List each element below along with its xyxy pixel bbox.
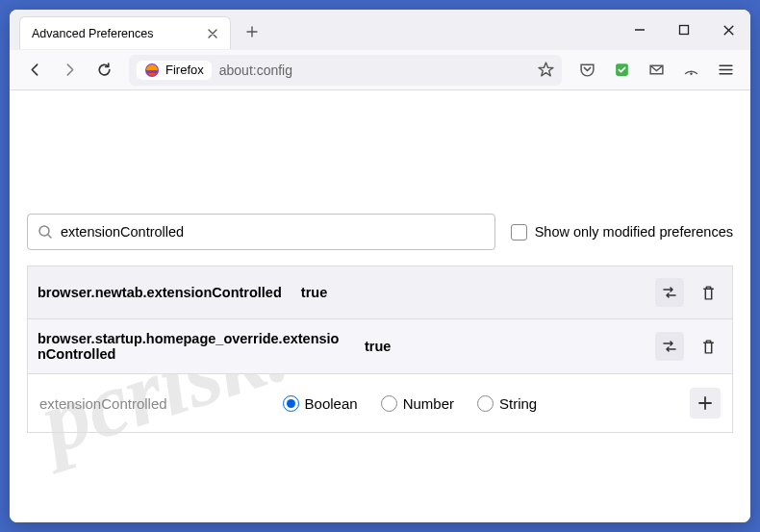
preference-value: true	[365, 339, 391, 354]
preference-list: browser.newtab.extensionControlled true …	[27, 266, 733, 374]
url-text: about:config	[219, 63, 292, 78]
preference-name: browser.newtab.extensionControlled	[38, 285, 282, 300]
browser-tab[interactable]: Advanced Preferences	[19, 16, 231, 49]
preference-name: browser.startup.homepage_override.extens…	[38, 331, 345, 362]
url-bar[interactable]: Firefox about:config	[129, 55, 562, 86]
pocket-icon[interactable]	[571, 55, 602, 86]
inbox-icon[interactable]	[641, 55, 671, 86]
identity-box[interactable]: Firefox	[137, 61, 212, 80]
checkbox-icon	[511, 224, 527, 241]
radio-label: String	[499, 395, 537, 412]
maximize-button[interactable]	[662, 10, 706, 50]
new-tab-button[interactable]	[239, 18, 266, 45]
radio-string[interactable]: String	[477, 395, 537, 412]
svg-rect-0	[680, 26, 689, 35]
nav-toolbar: Firefox about:config	[10, 50, 750, 90]
forward-button[interactable]	[54, 55, 85, 86]
minimize-button[interactable]	[618, 10, 662, 50]
titlebar: Advanced Preferences	[10, 10, 750, 50]
close-window-button[interactable]	[706, 10, 750, 50]
delete-button[interactable]	[694, 332, 722, 361]
back-button[interactable]	[19, 55, 50, 86]
toggle-button[interactable]	[655, 278, 684, 307]
window-controls	[618, 10, 750, 50]
delete-button[interactable]	[694, 278, 722, 307]
radio-number[interactable]: Number	[381, 395, 454, 412]
radio-icon	[381, 395, 397, 412]
checkbox-label: Show only modified preferences	[535, 224, 733, 240]
new-preference-row: extensionControlled Boolean Number Strin…	[27, 374, 733, 433]
extension-icon[interactable]	[606, 55, 637, 86]
radio-label: Boolean	[305, 395, 358, 412]
type-radio-group: Boolean Number String	[283, 395, 538, 412]
identity-label: Firefox	[165, 63, 204, 77]
radio-icon	[477, 395, 494, 412]
preference-row[interactable]: browser.startup.homepage_override.extens…	[28, 319, 732, 373]
tab-title: Advanced Preferences	[32, 27, 153, 40]
activity-icon[interactable]	[675, 55, 706, 86]
close-tab-icon[interactable]	[203, 24, 222, 43]
menu-icon[interactable]	[710, 55, 741, 86]
reload-button[interactable]	[89, 55, 119, 86]
add-preference-button[interactable]	[690, 388, 721, 418]
about-config-content: pcrisk.com Show only modified preference…	[10, 90, 750, 522]
bookmark-star-icon[interactable]	[538, 62, 554, 78]
show-modified-checkbox[interactable]: Show only modified preferences	[511, 224, 733, 241]
new-preference-name: extensionControlled	[39, 395, 167, 412]
radio-label: Number	[403, 395, 454, 412]
svg-point-4	[690, 72, 693, 75]
preference-value: true	[301, 285, 327, 300]
search-input[interactable]	[61, 224, 485, 240]
search-icon	[38, 224, 53, 240]
preference-row[interactable]: browser.newtab.extensionControlled true	[28, 266, 732, 319]
firefox-icon	[144, 63, 160, 78]
search-box[interactable]	[27, 214, 495, 250]
radio-icon	[283, 395, 299, 412]
toggle-button[interactable]	[655, 332, 684, 361]
radio-boolean[interactable]: Boolean	[283, 395, 358, 412]
